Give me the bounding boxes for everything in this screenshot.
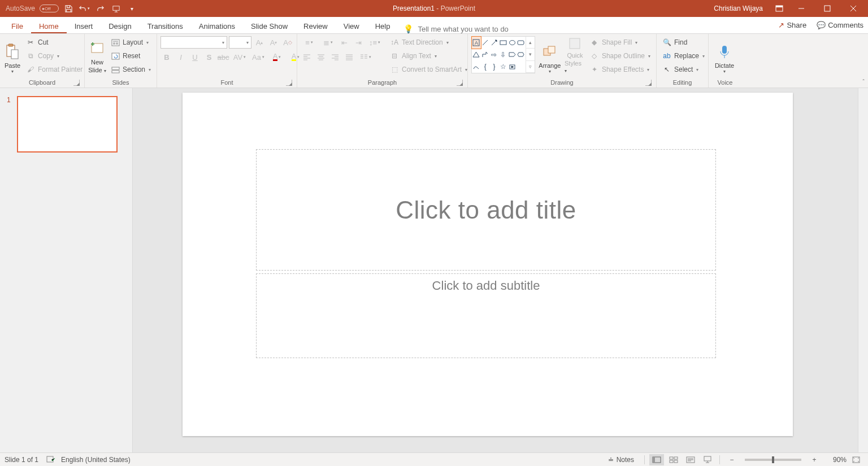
underline-button[interactable]: U — [189, 51, 201, 63]
align-center-button[interactable] — [315, 51, 327, 63]
slideshow-start-icon[interactable] — [110, 2, 122, 15]
shape-oval-icon[interactable] — [507, 37, 517, 49]
tab-help[interactable]: Help — [367, 19, 398, 33]
drawing-launcher[interactable] — [645, 80, 652, 86]
zoom-out-button[interactable]: − — [724, 454, 739, 465]
zoom-thumb[interactable] — [772, 456, 774, 463]
font-name-combo[interactable]: ▾ — [160, 36, 227, 49]
shape-effects-button[interactable]: ✦Shape Effects▾ — [588, 63, 653, 76]
gallery-down-icon[interactable]: ▾ — [526, 49, 535, 60]
align-left-button[interactable] — [301, 51, 313, 63]
align-right-button[interactable] — [329, 51, 341, 63]
autosave-toggle[interactable]: ● Off — [40, 5, 59, 12]
title-placeholder[interactable]: Click to add title — [256, 149, 716, 271]
decrease-font-icon[interactable]: A▾ — [267, 36, 280, 49]
align-text-button[interactable]: ⊟Align Text▾ — [388, 50, 470, 62]
spellcheck-icon[interactable] — [46, 456, 55, 464]
line-spacing-button[interactable]: ↕≡▾ — [366, 36, 383, 49]
qat-customize-icon[interactable]: ▾ — [125, 2, 138, 15]
convert-smartart-button[interactable]: ⬚Convert to SmartArt▾ — [388, 63, 470, 76]
dictate-button[interactable]: Dictate▾ — [712, 36, 737, 75]
shape-star-icon[interactable]: ☆ — [498, 61, 507, 73]
paragraph-launcher[interactable] — [457, 80, 463, 86]
normal-view-icon[interactable] — [649, 454, 664, 465]
decrease-indent-button[interactable]: ⇤ — [338, 36, 350, 49]
thumbnail-slide-1[interactable] — [17, 96, 118, 153]
tab-animations[interactable]: Animations — [191, 19, 243, 33]
shape-triangle-icon[interactable] — [472, 49, 481, 60]
shape-pentagon-icon[interactable] — [507, 49, 517, 60]
shadow-button[interactable]: S — [203, 51, 215, 63]
shape-action-icon[interactable] — [507, 61, 517, 73]
columns-button[interactable]: ▾ — [357, 51, 374, 63]
cut-button[interactable]: ✂Cut — [24, 36, 85, 49]
shape-rounded-rect-icon[interactable] — [517, 37, 526, 49]
shape-line-arrow-icon[interactable] — [490, 37, 499, 49]
zoom-percent[interactable]: 90% — [824, 456, 847, 464]
comments-button[interactable]: 💬Comments — [817, 21, 863, 29]
shapes-gallery[interactable]: A ⇨ ⇩ { } ☆ — [471, 36, 535, 73]
tab-file[interactable]: File — [3, 19, 31, 33]
shape-elbow-icon[interactable] — [481, 49, 490, 60]
arrange-button[interactable]: Arrange▾ — [537, 36, 562, 75]
gallery-more-icon[interactable]: ▿ — [526, 61, 535, 73]
shape-fill-button[interactable]: ◆Shape Fill▾ — [588, 36, 653, 49]
format-painter-button[interactable]: 🖌Format Painter — [24, 63, 85, 76]
fit-to-window-icon[interactable] — [849, 454, 863, 465]
undo-icon[interactable]: ▾ — [78, 2, 90, 15]
shape-brace-left-icon[interactable]: { — [481, 61, 490, 73]
ribbon-display-options-icon[interactable] — [771, 0, 788, 17]
char-spacing-button[interactable]: AV▾ — [231, 51, 248, 63]
maximize-button[interactable] — [815, 0, 840, 17]
vertical-scrollbar[interactable] — [858, 88, 868, 452]
strikethrough-button[interactable]: abc — [217, 51, 229, 63]
tab-review[interactable]: Review — [296, 19, 336, 33]
subtitle-placeholder[interactable]: Click to add subtitle — [256, 273, 716, 358]
tab-home[interactable]: Home — [31, 19, 67, 33]
close-button[interactable] — [841, 0, 866, 17]
clear-formatting-icon[interactable]: A◇ — [281, 36, 294, 49]
shape-rectangle-icon[interactable] — [498, 37, 507, 49]
tell-me-search[interactable]: 💡 Tell me what you want to do — [403, 24, 508, 33]
collapse-ribbon-icon[interactable]: ˆ — [862, 79, 865, 85]
shape-outline-button[interactable]: ◇Shape Outline▾ — [588, 50, 653, 62]
tab-design[interactable]: Design — [101, 19, 139, 33]
reset-button[interactable]: Reset — [108, 50, 153, 62]
copy-button[interactable]: ⧉Copy▾ — [24, 50, 85, 62]
shape-line-icon[interactable] — [481, 37, 490, 49]
justify-button[interactable] — [343, 51, 355, 63]
reading-view-icon[interactable] — [683, 454, 698, 465]
slide-canvas[interactable]: Click to add title Click to add subtitle — [133, 88, 858, 452]
shape-right-arrow-icon[interactable]: ⇨ — [490, 49, 499, 60]
slideshow-view-icon[interactable] — [700, 454, 715, 465]
paste-button[interactable]: Paste ▾ — [3, 36, 21, 75]
save-icon[interactable] — [62, 2, 75, 15]
slide[interactable]: Click to add title Click to add subtitle — [183, 93, 793, 436]
shape-curve-icon[interactable] — [472, 61, 481, 73]
clipboard-launcher[interactable] — [73, 80, 80, 86]
redo-icon[interactable] — [94, 2, 106, 15]
notes-button[interactable]: ≐Notes — [608, 456, 634, 464]
section-button[interactable]: Section▾ — [108, 63, 153, 76]
change-case-button[interactable]: Aa▾ — [250, 51, 267, 63]
text-direction-button[interactable]: ↕AText Direction▾ — [388, 36, 470, 49]
sorter-view-icon[interactable] — [666, 454, 681, 465]
numbering-button[interactable]: ≣▾ — [319, 36, 336, 49]
layout-button[interactable]: Layout▾ — [108, 36, 153, 49]
share-button[interactable]: ↗Share — [778, 21, 806, 29]
zoom-slider[interactable] — [745, 459, 801, 461]
tab-view[interactable]: View — [336, 19, 367, 33]
font-launcher[interactable] — [286, 80, 292, 86]
zoom-in-button[interactable]: + — [807, 454, 822, 465]
minimize-button[interactable] — [789, 0, 814, 17]
new-slide-button[interactable]: New Slide ▾ — [88, 36, 106, 75]
shape-brace-right-icon[interactable]: } — [490, 61, 499, 73]
find-button[interactable]: 🔍Find — [660, 36, 707, 49]
shape-more-icon[interactable] — [517, 61, 526, 73]
quick-styles-button[interactable]: Quick Styles ▾ — [565, 36, 585, 75]
increase-indent-button[interactable]: ⇥ — [352, 36, 364, 49]
slide-thumbnails-pane[interactable]: 1 — [0, 88, 133, 452]
italic-button[interactable]: I — [175, 51, 187, 63]
shape-down-arrow-icon[interactable]: ⇩ — [498, 49, 507, 60]
shape-hexagon-icon[interactable] — [517, 49, 526, 60]
